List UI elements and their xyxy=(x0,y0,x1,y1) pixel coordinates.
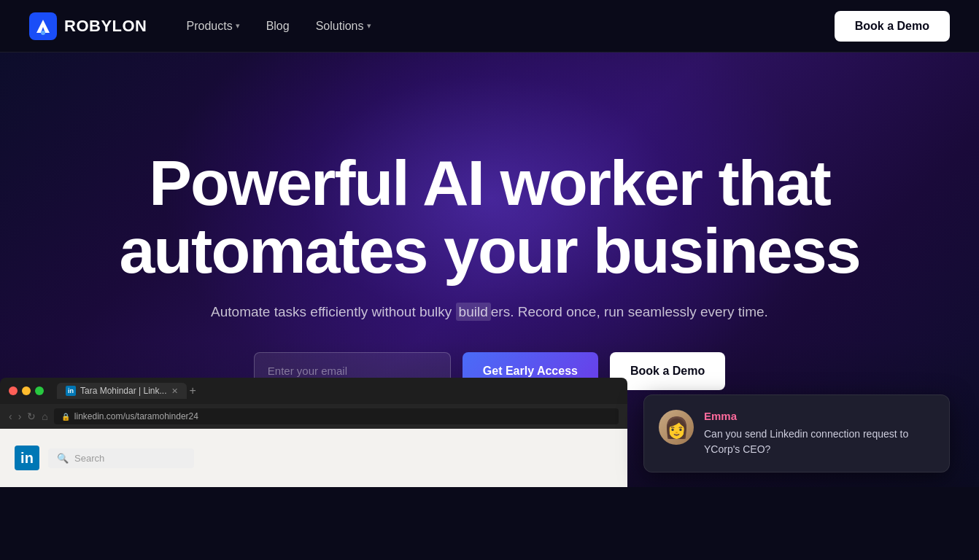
hero-title-line2: automates your business xyxy=(119,217,859,284)
linkedin-logo-icon: in xyxy=(15,446,39,470)
nav-links: Products ▾ Blog Solutions ▾ xyxy=(177,14,382,39)
linkedin-search-icon: 🔍 xyxy=(57,453,69,464)
browser-content: in 🔍 Search xyxy=(0,429,627,487)
close-traffic-light[interactable] xyxy=(9,386,18,395)
linkedin-search-bar[interactable]: 🔍 Search xyxy=(48,448,194,468)
browser-tab-linkedin[interactable]: in Tara Mohindar | Link... ✕ xyxy=(57,383,187,399)
navbar: ROBYLON Products ▾ Blog Solutions ▾ Book… xyxy=(0,0,979,52)
maximize-traffic-light[interactable] xyxy=(35,386,44,395)
avatar: 👩 xyxy=(659,410,694,445)
forward-icon[interactable]: › xyxy=(18,411,22,422)
back-icon[interactable]: ‹ xyxy=(9,411,12,422)
browser-toolbar: ‹ › ↻ ⌂ 🔒 linkedin.com/us/taramohinder24 xyxy=(0,404,627,429)
hero-section: Powerful AI worker that automates your b… xyxy=(0,52,979,487)
tab-area: in Tara Mohindar | Link... ✕ + xyxy=(57,383,196,399)
tab-label: Tara Mohindar | Link... xyxy=(80,386,167,396)
chat-content: Emma Can you send Linkedin connection re… xyxy=(704,410,934,457)
nav-item-solutions[interactable]: Solutions ▾ xyxy=(306,14,382,39)
hero-title-line1: Powerful AI worker that xyxy=(119,149,859,217)
nav-label-products: Products xyxy=(187,20,233,33)
browser-bar: in Tara Mohindar | Link... ✕ + xyxy=(0,378,627,404)
new-tab-icon[interactable]: + xyxy=(190,384,196,397)
lock-icon: 🔒 xyxy=(61,413,70,421)
svg-point-1 xyxy=(41,31,45,35)
chevron-down-icon: ▾ xyxy=(236,21,240,31)
chat-bubble: 👩 Emma Can you send Linkedin connection … xyxy=(643,394,950,472)
avatar-image: 👩 xyxy=(664,416,689,440)
hero-title: Powerful AI worker that automates your b… xyxy=(119,149,859,284)
nav-label-blog: Blog xyxy=(266,20,290,33)
logo-text: ROBYLON xyxy=(64,17,147,36)
nav-label-solutions: Solutions xyxy=(316,20,364,33)
chevron-down-icon-solutions: ▾ xyxy=(367,21,371,31)
logo-icon xyxy=(29,12,57,40)
nav-item-products[interactable]: Products ▾ xyxy=(177,14,250,39)
nav-item-blog[interactable]: Blog xyxy=(256,14,300,39)
chat-message-text: Can you send Linkedin connection request… xyxy=(704,427,934,457)
hero-subtitle: Automate tasks efficiently without bulky… xyxy=(119,302,859,323)
browser-url-bar[interactable]: 🔒 linkedin.com/us/taramohinder24 xyxy=(54,408,619,424)
traffic-lights xyxy=(9,386,44,395)
url-text: linkedin.com/us/taramohinder24 xyxy=(74,411,198,421)
linkedin-favicon: in xyxy=(66,386,76,396)
highlight-word: build xyxy=(456,303,491,321)
logo[interactable]: ROBYLON xyxy=(29,12,147,40)
navbar-left: ROBYLON Products ▾ Blog Solutions ▾ xyxy=(29,12,382,40)
nav-book-demo-button[interactable]: Book a Demo xyxy=(835,11,950,42)
browser-mockup: in Tara Mohindar | Link... ✕ + ‹ › ↻ ⌂ 🔒… xyxy=(0,378,627,487)
refresh-icon[interactable]: ↻ xyxy=(27,411,36,422)
chat-agent-name: Emma xyxy=(704,410,934,422)
home-icon[interactable]: ⌂ xyxy=(42,411,47,422)
hero-content: Powerful AI worker that automates your b… xyxy=(90,149,889,389)
tab-close-icon[interactable]: ✕ xyxy=(171,386,178,396)
linkedin-search-placeholder: Search xyxy=(74,453,104,464)
linkedin-logo-area: in 🔍 Search xyxy=(15,446,194,470)
minimize-traffic-light[interactable] xyxy=(22,386,31,395)
